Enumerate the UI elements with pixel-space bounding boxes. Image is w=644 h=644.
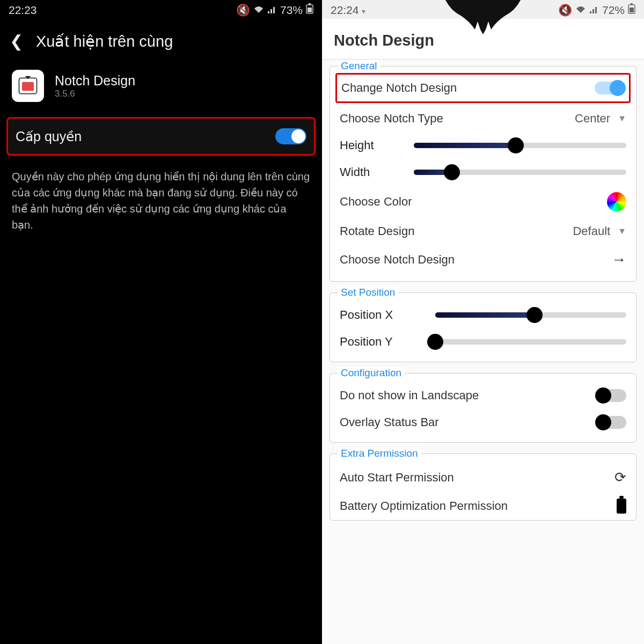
app-version: 3.5.6	[55, 89, 135, 99]
color-wheel-icon	[607, 192, 626, 211]
permission-label: Cấp quyền	[16, 129, 82, 144]
signal-icon	[267, 4, 277, 17]
overlay-row: Overlay Status Bar	[338, 409, 628, 436]
extra-permission-group: Extra Permission Auto Start Permission ⟳…	[330, 453, 636, 521]
height-label: Height	[340, 138, 404, 152]
left-screenshot: 22:23 🔇 73% ❮ Xuất hiện trên cùng Notch …	[0, 0, 322, 644]
position-x-label: Position X	[340, 308, 426, 322]
battery-icon	[617, 499, 626, 514]
position-x-slider[interactable]	[435, 312, 626, 318]
configuration-title: Configuration	[338, 367, 405, 379]
extra-title: Extra Permission	[338, 448, 421, 459]
page-title: Xuất hiện trên cùng	[36, 32, 173, 50]
width-label: Width	[340, 165, 404, 179]
battery-percent: 73%	[280, 4, 303, 17]
status-icons: 🔇 72%	[558, 3, 635, 17]
dropdown-icon: ▼	[618, 114, 626, 123]
battery-opt-label: Battery Optimization Permission	[340, 499, 508, 513]
refresh-icon: ⟳	[614, 469, 626, 486]
status-icons: 🔇 73%	[236, 3, 313, 17]
general-title: General	[338, 60, 380, 72]
landscape-label: Do not show in Landscape	[340, 389, 479, 402]
svg-rect-6	[631, 3, 633, 5]
height-slider[interactable]	[414, 143, 626, 148]
app-name: Notch Design	[55, 73, 135, 89]
svg-rect-4	[22, 82, 34, 91]
mute-icon: 🔇	[558, 4, 572, 17]
battery-icon	[306, 3, 313, 17]
svg-rect-2	[308, 8, 312, 12]
permission-toggle[interactable]	[275, 128, 306, 144]
status-time: 22:24	[331, 4, 359, 16]
position-y-label: Position Y	[340, 335, 426, 349]
set-position-group: Set Position Position X Position Y	[330, 292, 636, 362]
change-design-row: Change Notch Design	[335, 73, 631, 103]
position-y-row: Position Y	[338, 328, 628, 355]
app-info-row[interactable]: Notch Design 3.5.6	[0, 65, 322, 117]
choose-type-value: Center	[575, 112, 610, 126]
choose-notch-row[interactable]: Choose Notch Design →	[338, 245, 628, 275]
wifi-icon	[253, 4, 264, 17]
battery-opt-row[interactable]: Battery Optimization Permission	[338, 492, 628, 514]
status-time: 22:23	[9, 4, 37, 17]
wifi-icon	[575, 4, 586, 17]
set-position-title: Set Position	[338, 287, 398, 298]
landscape-row: Do not show in Landscape	[338, 382, 628, 409]
battery-percent: 72%	[602, 4, 625, 17]
arrow-right-icon: →	[611, 251, 626, 268]
batman-notch-icon	[445, 0, 521, 34]
permission-card: Cấp quyền	[6, 117, 316, 156]
autostart-label: Auto Start Permission	[340, 471, 454, 485]
rotate-label: Rotate Design	[340, 224, 414, 238]
overlay-label: Overlay Status Bar	[340, 415, 439, 429]
configuration-group: Configuration Do not show in Landscape O…	[330, 373, 636, 443]
height-row: Height	[338, 132, 628, 159]
landscape-toggle[interactable]	[596, 389, 626, 402]
width-slider[interactable]	[414, 170, 626, 175]
dropdown-icon: ▼	[618, 226, 626, 236]
svg-rect-7	[630, 8, 634, 12]
choose-type-label: Choose Notch Type	[340, 112, 443, 126]
change-design-label: Change Notch Design	[341, 81, 457, 95]
page-header: ❮ Xuất hiện trên cùng	[0, 19, 322, 65]
app-icon	[12, 70, 44, 102]
choose-color-label: Choose Color	[340, 195, 412, 209]
overlay-toggle[interactable]	[596, 416, 626, 429]
right-screenshot: 22:24 ▾ 🔇 72% Notch Design General Chang…	[322, 0, 644, 644]
back-icon[interactable]: ❮	[10, 32, 23, 50]
width-row: Width	[338, 159, 628, 186]
expand-icon: ▾	[362, 7, 365, 16]
change-design-toggle[interactable]	[595, 82, 625, 94]
rotate-row[interactable]: Rotate Design Default ▼	[338, 218, 628, 245]
svg-rect-1	[309, 3, 311, 5]
choose-type-row[interactable]: Choose Notch Type Center ▼	[338, 105, 628, 132]
position-y-slider[interactable]	[435, 339, 626, 345]
status-bar: 22:23 🔇 73%	[0, 0, 322, 19]
position-x-row: Position X	[338, 302, 628, 328]
choose-notch-label: Choose Notch Design	[340, 253, 455, 267]
autostart-row[interactable]: Auto Start Permission ⟳	[338, 463, 628, 492]
choose-color-row[interactable]: Choose Color	[338, 186, 628, 218]
battery-icon	[628, 3, 635, 17]
permission-description: Quyền này cho phép ứng dụng hiển thị nội…	[0, 156, 322, 246]
signal-icon	[589, 4, 599, 17]
mute-icon: 🔇	[236, 4, 250, 17]
general-group: General Change Notch Design Choose Notch…	[330, 66, 636, 282]
rotate-value: Default	[573, 224, 610, 238]
